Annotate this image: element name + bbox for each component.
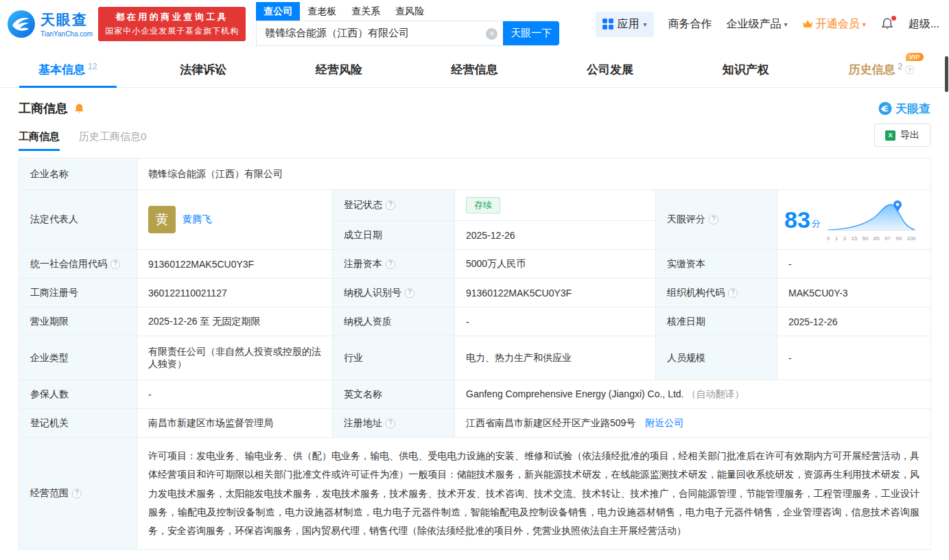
watermark-text: 天眼查: [895, 101, 930, 117]
nearby-companies-link[interactable]: 附近公司: [645, 417, 683, 428]
help-icon[interactable]: ?: [386, 419, 395, 428]
search-tab-risk[interactable]: 查风险: [388, 2, 432, 21]
label-taxpayer-quality: 纳税人资质: [333, 307, 455, 336]
brand-domain: TianYanCha.com: [40, 30, 93, 38]
english-name-text: Ganfeng Comprehensive Energy (Jiangxi) C…: [466, 388, 684, 399]
help-icon[interactable]: ?: [72, 489, 82, 498]
tab-company-development[interactable]: 公司发展: [542, 52, 678, 87]
search-tab-company[interactable]: 查公司: [256, 2, 300, 21]
value-company-name: 赣锋综合能源（江西）有限公司: [137, 159, 931, 190]
tab-operation-risk[interactable]: 经营风险: [271, 52, 407, 87]
value-business-term: 2025-12-26 至 无固定期限: [137, 307, 333, 336]
legal-rep-avatar[interactable]: 黄: [148, 206, 176, 233]
nav-super-vip[interactable]: 超级...: [909, 17, 939, 32]
table-row: 营业期限 2025-12-26 至 无固定期限 纳税人资质 - 核准日期 202…: [19, 307, 931, 336]
tab-legal-litigation[interactable]: 法律诉讼: [136, 52, 272, 87]
table-row: 工商注册号 360122110021127 纳税人识别号? 91360122MA…: [19, 279, 931, 307]
subtab-bar: 工商信息 历史工商信息0 X 导出: [19, 124, 930, 151]
notification-dot: [891, 16, 896, 21]
header-nav: 应用 ▾ 商务合作 企业级产品 ▾ 开通会员 ▾ 超级...: [596, 12, 939, 37]
score-value: 83: [784, 208, 810, 231]
label-taxpayer-id: 纳税人识别号?: [333, 279, 455, 307]
search-tab-relation[interactable]: 查关系: [344, 2, 388, 21]
help-icon[interactable]: ?: [110, 259, 120, 269]
tianyancha-logo-icon: [7, 10, 36, 38]
scrollbar-thumb[interactable]: [945, 56, 948, 92]
help-icon[interactable]: ?: [728, 288, 738, 298]
subtab-business-info[interactable]: 工商信息: [19, 130, 60, 151]
slogan-line1: 都在用的商业查询工具: [105, 11, 239, 23]
value-reg-address: 江西省南昌市新建区经开区产业路509号 附近公司: [455, 409, 931, 438]
label-score: 天眼评分?: [656, 190, 777, 250]
excel-icon: X: [885, 130, 895, 141]
chevron-down-icon: ▾: [784, 21, 788, 28]
label-reg-authority: 登记机关: [19, 409, 137, 438]
tab-history-label: 历史信息: [848, 62, 895, 78]
help-icon[interactable]: ?: [386, 200, 395, 210]
export-button[interactable]: X 导出: [874, 124, 930, 147]
help-icon[interactable]: ?: [386, 259, 395, 269]
legal-rep-link[interactable]: 黄腾飞: [183, 213, 211, 226]
value-insured: -: [137, 380, 333, 409]
table-row: 参保人数 - 英文名称 Ganfeng Comprehensive Energy…: [19, 380, 931, 409]
tianyancha-watermark: 天眼查: [878, 101, 930, 117]
value-approval-date: 2025-12-26: [777, 307, 931, 336]
subtab-history-business-info[interactable]: 历史工商信息0: [79, 130, 146, 151]
value-taxpayer-quality: -: [455, 307, 656, 336]
search-button[interactable]: 天眼一下: [503, 21, 559, 45]
auto-translate-note: （自动翻译）: [686, 388, 744, 399]
tianyancha-logo-icon: [878, 102, 892, 115]
table-row: 经营范围? 许可项目：发电业务、输电业务、供（配）电业务，输电、供电、受电电力设…: [19, 438, 931, 550]
label-legal-rep: 法定代表人: [19, 190, 137, 250]
value-credit-code: 91360122MAK5CU0Y3F: [137, 250, 333, 279]
tab-count: 12: [88, 62, 97, 71]
tab-label: 经营风险: [316, 62, 362, 78]
tab-basic-info-label: 基本信息: [38, 62, 85, 78]
business-info-table: 企业名称 赣锋综合能源（江西）有限公司 法定代表人 黄 黄腾飞 登记状态? 存续…: [19, 158, 931, 550]
apps-button[interactable]: 应用 ▾: [596, 12, 654, 37]
open-membership-label: 开通会员: [816, 17, 860, 32]
value-est-date: 2025-12-26: [455, 221, 656, 250]
nav-open-membership[interactable]: 开通会员 ▾: [802, 17, 866, 32]
score-axis: 013 155085 9799100: [826, 235, 917, 242]
value-reg-status: 存续: [455, 190, 656, 221]
value-company-type: 有限责任公司（非自然人投资或控股的法人独资）: [137, 336, 333, 380]
tab-label: 知识产权: [723, 62, 769, 78]
tab-basic-info[interactable]: 基本信息 12: [0, 52, 136, 87]
tab-history-info[interactable]: 历史信息 VIP 2 ?: [813, 52, 949, 87]
help-icon[interactable]: ?: [905, 65, 914, 74]
notification-bell[interactable]: [880, 17, 894, 31]
value-legal-rep: 黄 黄腾飞: [137, 190, 333, 250]
nav-business-cooperation[interactable]: 商务合作: [668, 17, 712, 32]
table-row: 企业类型 有限责任公司（非自然人投资或控股的法人独资） 行业 电力、热力生产和供…: [19, 336, 931, 380]
help-icon[interactable]: ?: [709, 215, 718, 224]
help-icon[interactable]: ?: [405, 288, 414, 298]
label-company-type: 企业类型: [19, 336, 137, 380]
apps-grid-icon: [602, 19, 613, 30]
label-reg-address: 注册地址?: [333, 409, 455, 438]
slogan-badge: 都在用的商业查询工具 国家中小企业发展子基金旗下机构: [98, 7, 246, 41]
value-org-code: MAK5CU0Y-3: [777, 279, 931, 307]
label-reg-number: 工商注册号: [19, 279, 137, 307]
tab-label: 经营信息: [452, 62, 498, 78]
label-industry: 行业: [333, 336, 455, 380]
value-taxpayer-id: 91360122MAK5CU0Y3F: [455, 279, 656, 307]
tab-operation-info[interactable]: 经营信息: [407, 52, 543, 87]
section-title: 工商信息: [19, 100, 68, 117]
address-text: 江西省南昌市新建区经开区产业路509号: [466, 417, 635, 428]
subscribe-bell-icon[interactable]: [73, 103, 85, 115]
value-industry: 电力、热力生产和供应业: [455, 336, 656, 380]
table-row: 企业名称 赣锋综合能源（江西）有限公司: [19, 159, 931, 190]
search-tab-boss[interactable]: 查老板: [300, 2, 344, 21]
nav-enterprise-products[interactable]: 企业级产品 ▾: [727, 17, 788, 32]
search-tabs: 查公司 查老板 查关系 查风险: [256, 2, 559, 21]
search-input[interactable]: [257, 21, 503, 45]
tab-intellectual-property[interactable]: 知识产权: [678, 52, 814, 87]
tianyancha-logo[interactable]: 天眼查 TianYanCha.com: [7, 10, 93, 38]
vip-badge: VIP: [906, 53, 924, 61]
chevron-down-icon: ▾: [863, 21, 866, 28]
score-unit: 分: [812, 218, 821, 230]
label-staff-size: 人员规模: [656, 336, 777, 380]
value-reg-number: 360122110021127: [137, 279, 333, 307]
value-reg-capital: 5000万人民币: [455, 250, 656, 279]
